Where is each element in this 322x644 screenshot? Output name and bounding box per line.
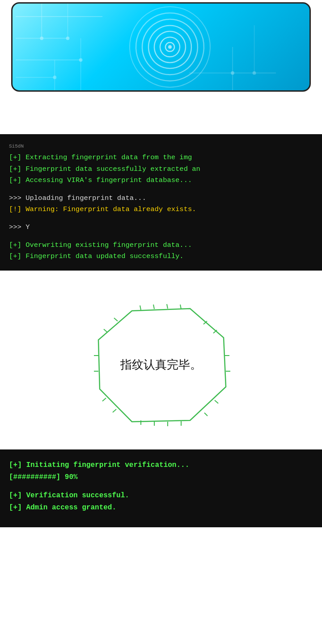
terminal-label: Si5dN	[9, 142, 313, 150]
svg-point-10	[79, 58, 83, 62]
svg-line-37	[104, 329, 107, 332]
terminal-line: [##########] 90%	[9, 471, 313, 483]
svg-point-11	[53, 76, 56, 79]
svg-point-8	[40, 37, 43, 40]
svg-line-28	[204, 413, 208, 416]
terminal-line: >>> Y	[9, 222, 313, 233]
svg-point-9	[66, 37, 70, 40]
terminal-panel-top: Si5dN [+] Extracting fingerprint data fr…	[0, 134, 322, 271]
terminal-line: [+] Fingerprint data updated successfull…	[9, 251, 313, 263]
svg-point-16	[253, 71, 256, 75]
terminal-spacer	[9, 483, 313, 490]
terminal-line: [!] Warning: Fingerprint data already ex…	[9, 204, 313, 216]
hexagon-text: 指纹认真完毕。	[120, 356, 202, 372]
svg-line-27	[215, 400, 218, 403]
terminal-line: [+] Initiating fingerprint verification.…	[9, 459, 313, 471]
svg-line-19	[140, 305, 141, 310]
hexagon-panel: 指纹认真完毕。	[0, 275, 322, 449]
svg-line-34	[102, 398, 106, 401]
svg-point-17	[168, 45, 172, 49]
white-gap-2	[0, 271, 322, 275]
svg-point-15	[231, 71, 234, 75]
hexagon-container: 指纹认真完毕。	[92, 302, 230, 427]
terminal-panel-bottom: [+] Initiating fingerprint verification.…	[0, 449, 322, 528]
svg-line-38	[114, 318, 118, 321]
phone-illustration	[11, 2, 311, 92]
terminal-line: [+] Fingerprint data successfully extrac…	[9, 164, 313, 175]
terminal-line: [+] Admin access granted.	[9, 502, 313, 514]
terminal-line: [+] Verification successful.	[9, 490, 313, 502]
terminal-spacer	[9, 216, 313, 222]
terminal-spacer	[9, 233, 313, 240]
terminal-line: [+] Accessing VIRA's fingerprint databas…	[9, 175, 313, 186]
svg-line-21	[167, 304, 168, 309]
fingerprint-icon	[125, 2, 215, 92]
phone-side-button	[309, 30, 311, 53]
terminal-line: >>> Uploading fingerprint data...	[9, 193, 313, 204]
terminal-line: [+] Extracting fingerprint data from the…	[9, 152, 313, 164]
terminal-line: [+] Overwriting existing fingerprint dat…	[9, 240, 313, 251]
svg-line-20	[153, 305, 154, 309]
terminal-spacer	[9, 186, 313, 193]
svg-line-22	[180, 305, 181, 309]
white-gap-bottom	[0, 527, 322, 554]
svg-line-33	[113, 409, 116, 412]
white-gap-1	[0, 94, 322, 134]
phone-panel	[0, 0, 322, 94]
